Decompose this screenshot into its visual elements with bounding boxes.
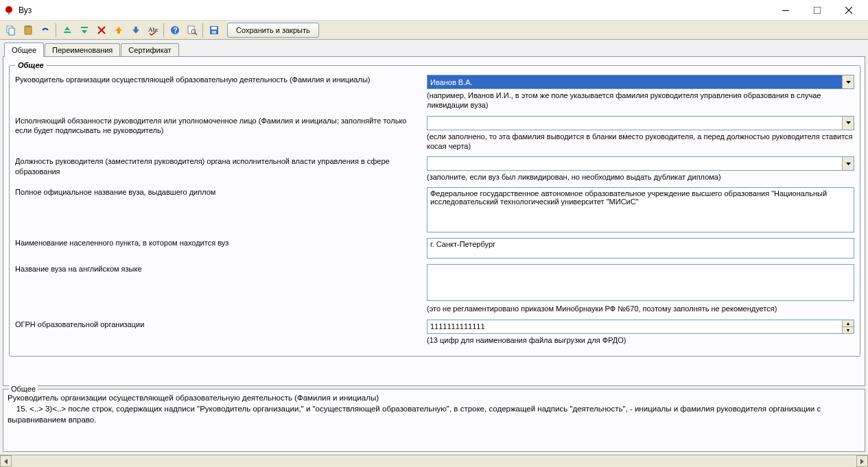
horizontal-scrollbar[interactable] xyxy=(0,455,868,467)
toolbar-collapse-button[interactable] xyxy=(59,23,75,38)
tab-certificate[interactable]: Сертификат xyxy=(121,43,178,56)
close-button[interactable] xyxy=(833,0,865,21)
svg-rect-3 xyxy=(814,7,821,14)
toolbar-paste-button[interactable] xyxy=(20,23,36,38)
toolbar-spellcheck-button[interactable]: Abc xyxy=(145,23,161,38)
help-panel: Общее Руководитель организации осуществл… xyxy=(3,389,865,452)
tab-renames[interactable]: Переименования xyxy=(45,43,120,56)
scroll-right-icon[interactable] xyxy=(856,455,868,467)
scrollbar-track[interactable] xyxy=(12,455,856,467)
help-panel-title: Общее xyxy=(9,385,38,393)
window-titlebar: Вуз xyxy=(0,0,868,21)
toolbar-save-button[interactable] xyxy=(206,23,222,38)
svg-rect-8 xyxy=(64,32,71,33)
svg-rect-1 xyxy=(8,12,10,14)
help-body: 15. <..> 3)<..> после строк, содержащих … xyxy=(8,403,860,425)
toolbar-down-button[interactable] xyxy=(128,23,143,38)
svg-point-0 xyxy=(5,6,12,13)
general-fieldset: Общее Руководитель организации осуществл… xyxy=(9,61,860,357)
ogrn-input[interactable] xyxy=(427,320,842,333)
svg-text:Abc: Abc xyxy=(148,26,159,33)
dropdown-icon[interactable] xyxy=(842,75,854,88)
fullname-textarea[interactable]: Федеральное государственное автономное о… xyxy=(427,187,854,232)
dropdown-icon[interactable] xyxy=(842,117,854,130)
city-textarea[interactable]: г. Санкт-Петербург xyxy=(427,238,854,259)
director-label: Руководитель организации осуществляющей … xyxy=(15,75,427,85)
director-input[interactable] xyxy=(427,75,842,88)
minimize-button[interactable] xyxy=(770,0,801,21)
maximize-button[interactable] xyxy=(801,0,833,21)
acting-combobox[interactable] xyxy=(427,116,854,130)
svg-rect-9 xyxy=(81,27,88,28)
svg-rect-17 xyxy=(212,31,216,34)
form-scroll-area[interactable]: Общее Руководитель организации осуществл… xyxy=(3,57,865,385)
acting-hint: (если заполнено, то эта фамилия выводитс… xyxy=(427,132,854,152)
svg-rect-16 xyxy=(211,27,217,29)
toolbar: Abc ? Сохранить и закрыть xyxy=(0,21,868,40)
position-combobox[interactable] xyxy=(427,156,854,171)
toolbar-clear-button[interactable] xyxy=(93,23,109,38)
window-title: Вуз xyxy=(19,5,32,15)
toolbar-expand-button[interactable] xyxy=(76,23,92,38)
fullname-label: Полное официальное название вуза, выдавш… xyxy=(15,187,427,197)
ogrn-label: ОГРН образовательной организации xyxy=(15,320,427,330)
director-combobox[interactable] xyxy=(427,75,854,89)
spin-down-icon[interactable]: ▼ xyxy=(843,327,854,333)
toolbar-find-button[interactable] xyxy=(184,23,200,38)
name-en-hint: (это не регламентировано приказом Минобр… xyxy=(427,304,854,313)
toolbar-undo-button[interactable] xyxy=(37,23,53,38)
svg-text:?: ? xyxy=(173,27,177,34)
toolbar-help-button[interactable]: ? xyxy=(167,23,183,38)
director-hint: (например, Иванов И.И., в этом же поле у… xyxy=(427,91,854,110)
name-en-textarea[interactable] xyxy=(427,264,854,301)
svg-rect-7 xyxy=(26,25,30,27)
name-en-label: Название вуза на английском языке xyxy=(15,264,427,274)
city-label: Наименование населенного пункта, в котор… xyxy=(15,238,427,248)
ogrn-hint: (13 цифр для наименования файла выгрузки… xyxy=(427,335,854,345)
scroll-left-icon[interactable] xyxy=(0,455,12,467)
help-heading: Руководитель организации осуществляющей … xyxy=(8,392,860,403)
tab-strip: Общее Переименования Сертификат xyxy=(3,43,865,56)
ogrn-spinner[interactable]: ▲ ▼ xyxy=(427,320,854,334)
toolbar-separator xyxy=(163,23,164,37)
position-label: Должность руководителя (заместителя руко… xyxy=(15,156,427,177)
app-icon xyxy=(3,5,14,16)
fieldset-legend: Общее xyxy=(15,61,47,69)
acting-label: Исполняющий обязанности руководителя или… xyxy=(15,116,427,136)
position-input[interactable] xyxy=(427,157,842,170)
save-and-close-button[interactable]: Сохранить и закрыть xyxy=(227,23,319,38)
svg-rect-2 xyxy=(782,10,789,11)
toolbar-copy-button[interactable] xyxy=(3,23,19,38)
toolbar-separator xyxy=(56,23,56,37)
acting-input[interactable] xyxy=(427,117,842,130)
toolbar-up-button[interactable] xyxy=(110,23,126,38)
tab-general[interactable]: Общее xyxy=(4,43,44,57)
dropdown-icon[interactable] xyxy=(842,157,854,170)
toolbar-separator xyxy=(202,23,203,37)
svg-rect-5 xyxy=(9,28,14,35)
spin-up-icon[interactable]: ▲ xyxy=(843,320,854,327)
position-hint: (заполните, если вуз был ликвидирован, н… xyxy=(427,172,854,182)
